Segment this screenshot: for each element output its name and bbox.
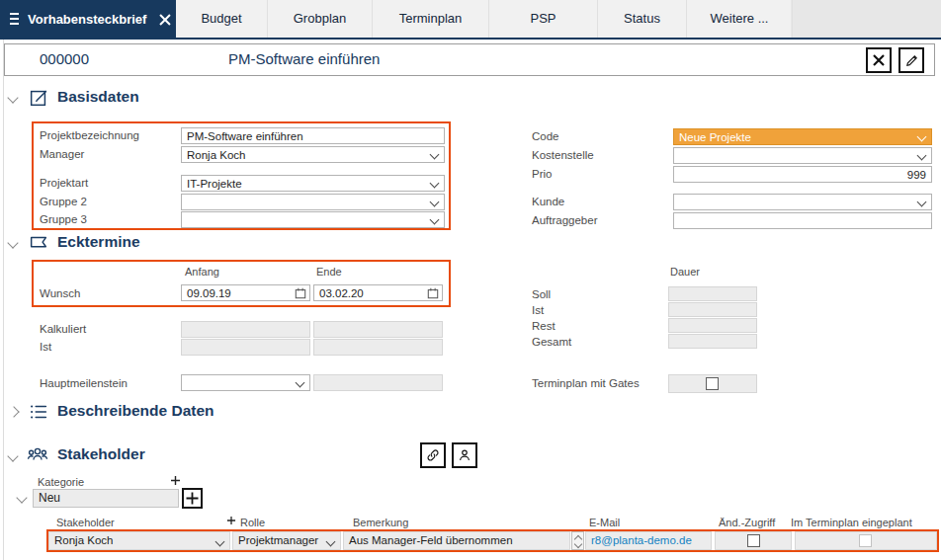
- chevron-down-icon: [917, 198, 927, 207]
- col-stakeholder-header: Stakeholder: [56, 517, 115, 528]
- code-select[interactable]: Neue Projekte: [673, 128, 932, 145]
- link-stakeholder-button[interactable]: [420, 442, 446, 468]
- edit-button[interactable]: [898, 47, 924, 73]
- col-anfang-header: Anfang: [185, 266, 219, 278]
- calendar-icon[interactable]: [427, 287, 439, 299]
- ist-anfang-field: [181, 339, 310, 356]
- kalkuliert-ende-field: [313, 321, 443, 338]
- plus-icon: [186, 492, 199, 505]
- im-terminplan-checkbox: [859, 534, 872, 547]
- tab-vorhabensteckbrief[interactable]: Vorhabensteckbrief: [0, 0, 176, 38]
- tab-terminplan[interactable]: Terminplan: [372, 0, 488, 38]
- group-people-icon: [26, 443, 49, 467]
- col-ende-header: Ende: [316, 266, 342, 278]
- chevron-down-icon: [917, 151, 927, 161]
- collapse-ecktermine-chevron-icon[interactable]: [7, 237, 18, 248]
- code-label: Code: [532, 130, 559, 142]
- kategorie-collapse-chevron-icon[interactable]: [16, 492, 27, 503]
- collapse-basisdaten-chevron-icon[interactable]: [7, 92, 18, 103]
- prio-input[interactable]: 999: [673, 166, 932, 183]
- list-icon: [28, 401, 49, 423]
- dauer-rest-field: [668, 318, 757, 333]
- calendar-icon[interactable]: [295, 287, 306, 299]
- email-cell: r8@planta-demo.de: [585, 531, 712, 550]
- project-id: 000000: [40, 50, 89, 67]
- hauptmeilenstein-select[interactable]: [181, 374, 310, 391]
- project-name: PM-Software einführen: [228, 50, 380, 67]
- wunsch-ende-date-input[interactable]: 03.02.20: [313, 284, 443, 301]
- tab-grobplan[interactable]: Grobplan: [267, 0, 372, 38]
- projektart-select[interactable]: IT-Projekte: [181, 175, 445, 192]
- active-tab-label: Vorhabensteckbrief: [28, 12, 146, 27]
- bemerkung-field[interactable]: Aus Manager-Feld übernommen: [343, 531, 570, 550]
- gates-checkbox[interactable]: [706, 377, 719, 390]
- dauer-ist-field: [668, 302, 757, 317]
- add-person-button[interactable]: [452, 442, 477, 468]
- hamburger-icon[interactable]: [10, 13, 19, 25]
- gates-label: Terminplan mit Gates: [532, 377, 640, 389]
- left-edge-divider: [3, 40, 4, 560]
- chevron-down-icon: [430, 198, 440, 207]
- dauer-gesamt-field: [668, 334, 757, 349]
- gruppe2-select[interactable]: [181, 194, 445, 210]
- kategorie-label: Kategorie: [38, 476, 84, 488]
- section-heading-ecktermine: Ecktermine: [57, 233, 140, 251]
- add-column-plus-icon[interactable]: [226, 516, 236, 525]
- gesamt-label: Gesamt: [532, 336, 571, 348]
- section-heading-stakeholder: Stakeholder: [57, 445, 145, 463]
- pencil-icon: [904, 53, 919, 68]
- manager-select[interactable]: Ronja Koch: [181, 146, 445, 163]
- col-im-terminplan-header: Im Terminplan eingeplant: [791, 517, 912, 528]
- add-stakeholder-row-button[interactable]: [182, 488, 203, 509]
- auftraggeber-input[interactable]: [673, 212, 932, 229]
- col-dauer-header: Dauer: [670, 266, 700, 278]
- projektart-label: Projektart: [40, 177, 88, 189]
- close-x-icon: [872, 53, 886, 67]
- person-icon: [457, 447, 472, 463]
- rest-label: Rest: [532, 320, 556, 332]
- rolle-select[interactable]: Projektmanager: [232, 531, 341, 550]
- ist-ende-field: [313, 339, 443, 356]
- add-kategorie-plus-icon[interactable]: [170, 475, 181, 486]
- tab-status[interactable]: Status: [597, 0, 686, 38]
- chevron-down-icon: [215, 537, 225, 547]
- gruppe2-label: Gruppe 2: [40, 196, 87, 207]
- tab-weitere[interactable]: Weitere ...: [686, 0, 793, 38]
- kategorie-gruppe-field[interactable]: Neu: [33, 489, 179, 508]
- projektbezeichnung-label: Projektbezeichnung: [40, 129, 139, 141]
- dauer-ist-label: Ist: [532, 304, 544, 316]
- collapse-stakeholder-chevron-icon[interactable]: [7, 450, 18, 461]
- prio-label: Prio: [532, 168, 552, 180]
- flag-icon: [28, 233, 49, 255]
- chevron-down-icon: [326, 537, 336, 547]
- soll-label: Soll: [532, 288, 551, 300]
- stakeholder-select[interactable]: Ronja Koch: [48, 531, 230, 550]
- kostenstelle-label: Kostenstelle: [532, 149, 594, 161]
- delete-button[interactable]: [866, 47, 892, 73]
- projektbezeichnung-input[interactable]: PM-Software einführen: [181, 127, 445, 144]
- expand-beschreibende-chevron-icon[interactable]: [8, 406, 19, 417]
- kunde-label: Kunde: [532, 196, 564, 207]
- ist-label: Ist: [40, 341, 51, 353]
- chevron-down-icon: [430, 179, 440, 189]
- kalkuliert-anfang-field: [181, 321, 310, 338]
- tab-bar-underline: [0, 38, 941, 40]
- bemerkung-spinner[interactable]: [571, 531, 584, 550]
- auftraggeber-label: Auftraggeber: [532, 214, 598, 226]
- gruppe3-select[interactable]: [181, 211, 445, 228]
- wunsch-anfang-date-input[interactable]: 09.09.19: [181, 284, 310, 301]
- email-link[interactable]: r8@planta-demo.de: [591, 534, 692, 546]
- aend-zugriff-checkbox[interactable]: [747, 534, 760, 547]
- tab-bar: Vorhabensteckbrief Budget Grobplan Termi…: [0, 0, 941, 38]
- kostenstelle-select[interactable]: [673, 147, 932, 164]
- tab-bar-filler: [791, 0, 941, 38]
- kunde-select[interactable]: [673, 194, 932, 210]
- col-email-header: E-Mail: [589, 517, 620, 528]
- chevron-down-icon: [296, 378, 305, 388]
- col-rolle-header: Rolle: [240, 517, 265, 528]
- hauptmeilenstein-date-field: [313, 374, 443, 391]
- tab-psp[interactable]: PSP: [488, 0, 597, 38]
- tab-close-icon[interactable]: [159, 14, 166, 25]
- tab-budget[interactable]: Budget: [176, 0, 267, 38]
- dauer-soll-field: [668, 286, 757, 301]
